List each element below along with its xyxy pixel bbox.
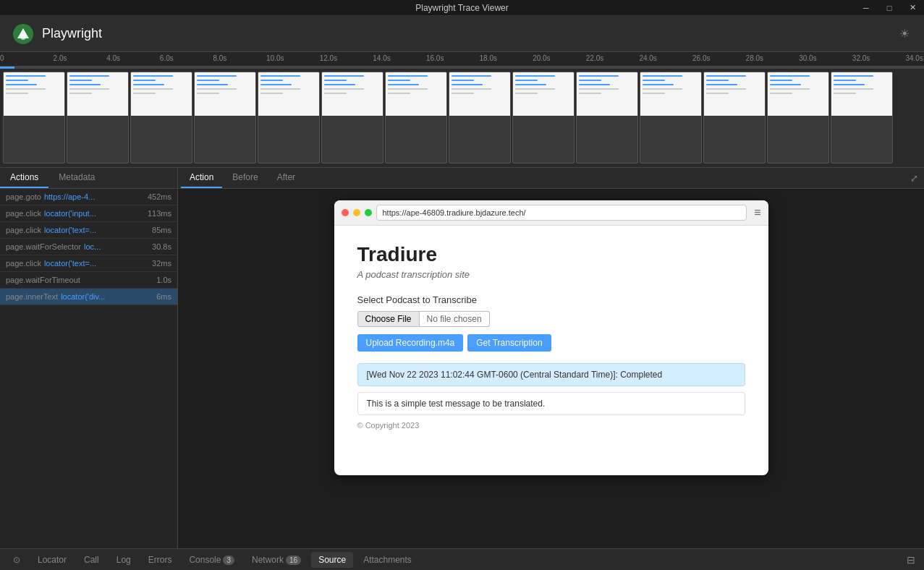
- timeline-tick: 20.0s: [533, 54, 550, 62]
- timeline-tick: 26.0s: [692, 54, 710, 62]
- timeline-tick: 16.0s: [426, 54, 444, 62]
- screenshot-thumb[interactable]: [767, 72, 829, 163]
- transcribe-button[interactable]: Get Transcription: [467, 334, 551, 352]
- action-duration: 113ms: [148, 209, 171, 218]
- browser-menu-icon[interactable]: ≡: [754, 206, 760, 219]
- action-item[interactable]: page.clicklocator('input...113ms: [0, 205, 177, 222]
- action-item[interactable]: page.waitForSelectorloc...30.8s: [0, 239, 177, 255]
- screenshot-thumb[interactable]: [640, 72, 702, 163]
- action-list: page.gotohttps://ape-4...452mspage.click…: [0, 189, 177, 548]
- screenshot-thumb[interactable]: [3, 72, 65, 163]
- timeline-tick: 12.0s: [320, 54, 337, 62]
- action-duration: 32ms: [152, 259, 171, 268]
- timeline-tick: 2.0s: [54, 54, 67, 62]
- screenshot-thumb[interactable]: [130, 72, 192, 163]
- timeline-tick: 18.0s: [480, 54, 497, 62]
- screenshot-thumb[interactable]: [258, 72, 320, 163]
- tab-badge: 3: [223, 556, 234, 565]
- bottom-tab-log[interactable]: Log: [109, 552, 138, 568]
- tab-after[interactable]: After: [268, 168, 304, 188]
- theme-toggle-button[interactable]: ☀: [897, 24, 912, 43]
- timeline-tick: 28.0s: [746, 54, 763, 62]
- tab-action[interactable]: Action: [181, 168, 222, 188]
- result-message: This is a simple test message to be tran…: [357, 392, 745, 415]
- bottom-tab-[interactable]: ⊙: [6, 552, 27, 568]
- bottom-tab-call[interactable]: Call: [77, 552, 106, 568]
- playwright-logo-icon: [12, 22, 35, 46]
- screenshot-thumb[interactable]: [449, 72, 511, 163]
- screenshot-thumb[interactable]: [512, 72, 575, 163]
- bottom-tab-attachments[interactable]: Attachments: [356, 552, 419, 568]
- copyright-text: © Copyright 2023: [357, 421, 745, 430]
- screenshot-thumb[interactable]: [194, 72, 256, 163]
- screenshot-thumb[interactable]: [576, 72, 638, 163]
- bottom-tab-source[interactable]: Source: [311, 552, 353, 568]
- file-input-row: Choose File No file chosen: [357, 311, 745, 327]
- action-buttons: Upload Recording.m4a Get Transcription: [357, 334, 745, 352]
- right-panel: Action Before After ⤢ https://ape-46809.…: [178, 168, 924, 548]
- timeline-ruler[interactable]: 02.0s4.0s6.0s8.0s10.0s12.0s14.0s16.0s18.…: [0, 52, 924, 67]
- no-file-text: No file chosen: [420, 311, 490, 327]
- browser-url-bar[interactable]: https://ape-46809.tradiure.bjdazure.tech…: [376, 205, 747, 221]
- action-duration: 452ms: [148, 192, 171, 201]
- action-duration: 6ms: [156, 292, 171, 301]
- timeline-tick: 34.0s: [905, 54, 923, 62]
- screenshot-thumb[interactable]: [703, 72, 766, 163]
- maximize-button[interactable]: □: [878, 0, 901, 16]
- expand-button[interactable]: ⤢: [907, 170, 921, 187]
- bottom-tab-locator[interactable]: Locator: [30, 552, 74, 568]
- browser-dot-yellow: [353, 209, 360, 216]
- close-button[interactable]: ✕: [901, 0, 924, 16]
- bottom-tab-errors[interactable]: Errors: [141, 552, 179, 568]
- timeline-tick: 8.0s: [213, 54, 226, 62]
- timeline-tick: 22.0s: [586, 54, 603, 62]
- timeline-tick: 0: [0, 54, 4, 62]
- action-item[interactable]: page.waitForTimeout1.0s: [0, 272, 177, 289]
- action-locator: locator('text=...: [44, 226, 149, 234]
- screenshot-thumb[interactable]: [385, 72, 447, 163]
- select-podcast-label: Select Podcast to Transcribe: [357, 294, 745, 305]
- action-item[interactable]: page.clicklocator('text=...85ms: [0, 222, 177, 239]
- timeline-tick: 6.0s: [160, 54, 174, 62]
- browser-content: Tradiure A podcast transcription site Se…: [334, 226, 768, 447]
- timeline-container: 02.0s4.0s6.0s8.0s10.0s12.0s14.0s16.0s18.…: [0, 52, 924, 168]
- screenshot-thumb[interactable]: [831, 72, 893, 163]
- timeline-screenshots: [0, 69, 924, 166]
- screenshot-thumb[interactable]: [67, 72, 129, 163]
- action-method: page.waitForTimeout: [6, 276, 80, 284]
- left-panel: Actions Metadata page.gotohttps://ape-4.…: [0, 168, 178, 548]
- action-method: page.goto: [6, 192, 41, 201]
- action-item[interactable]: page.innerTextlocator('div...6ms: [0, 289, 177, 305]
- minimize-button[interactable]: ─: [855, 0, 878, 16]
- action-method: page.click: [6, 259, 41, 268]
- browser-window: https://ape-46809.tradiure.bjdazure.tech…: [334, 200, 768, 475]
- timeline-tick: 4.0s: [106, 54, 120, 62]
- panel-tabs: Actions Metadata: [0, 168, 177, 189]
- screenshot-thumb[interactable]: [321, 72, 383, 163]
- url-text: https://ape-46809.tradiure.bjdazure.tech…: [383, 208, 526, 217]
- upload-button[interactable]: Upload Recording.m4a: [357, 334, 464, 352]
- browser-dot-red: [342, 209, 349, 216]
- action-duration: 85ms: [152, 226, 171, 234]
- action-item[interactable]: page.gotohttps://ape-4...452ms: [0, 189, 177, 205]
- title-bar: Playwright Trace Viewer ─ □ ✕: [0, 0, 924, 16]
- browser-chrome: https://ape-46809.tradiure.bjdazure.tech…: [334, 200, 768, 226]
- action-method: page.click: [6, 226, 41, 234]
- timeline-tick: 30.0s: [799, 54, 816, 62]
- choose-file-button[interactable]: Choose File: [357, 311, 420, 327]
- bottom-tab-network[interactable]: Network16: [245, 552, 308, 568]
- timeline-progress-fill: [0, 67, 14, 69]
- action-method: page.click: [6, 209, 41, 218]
- bottom-tab-console[interactable]: Console3: [182, 552, 242, 568]
- action-method: page.waitForSelector: [6, 242, 81, 251]
- action-method: page.innerText: [6, 292, 58, 301]
- tab-metadata[interactable]: Metadata: [48, 168, 105, 188]
- tab-before[interactable]: Before: [224, 168, 266, 188]
- browser-preview: https://ape-46809.tradiure.bjdazure.tech…: [178, 189, 924, 548]
- tab-actions[interactable]: Actions: [0, 168, 48, 188]
- action-item[interactable]: page.clicklocator('text=...32ms: [0, 255, 177, 272]
- timeline-tick: 10.0s: [266, 54, 284, 62]
- action-duration: 30.8s: [152, 242, 171, 251]
- split-view-button[interactable]: ⊟: [904, 551, 918, 569]
- bottom-bar: ⊙LocatorCallLogErrorsConsole3Network16So…: [0, 548, 924, 570]
